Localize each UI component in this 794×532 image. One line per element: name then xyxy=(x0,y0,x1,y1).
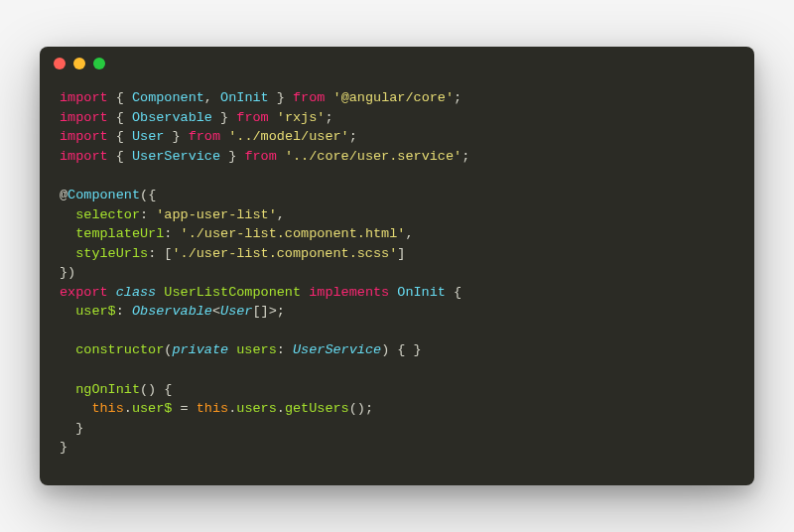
method-name: ngOnInit xyxy=(75,382,140,397)
keyword-from: from xyxy=(236,110,268,125)
param-name: users xyxy=(236,342,277,357)
class-name: UserListComponent xyxy=(164,285,301,300)
keyword-from: from xyxy=(293,90,325,105)
keyword-import: import xyxy=(60,149,108,164)
prop-selector: selector xyxy=(75,207,140,222)
field-ref: user$ xyxy=(132,401,173,416)
keyword-implements: implements xyxy=(309,285,389,300)
method-call: getUsers xyxy=(285,401,349,416)
ident: OnInit xyxy=(220,90,269,105)
keyword-this: this xyxy=(197,401,228,416)
decorator: Component xyxy=(67,188,140,202)
ident: Component xyxy=(132,90,204,105)
ident: UserService xyxy=(132,149,220,164)
ctor: constructor xyxy=(75,342,164,357)
minimize-icon[interactable] xyxy=(73,58,85,69)
prop-templateurl: templateUrl xyxy=(75,226,164,241)
keyword-export: export xyxy=(60,285,108,300)
titlebar xyxy=(40,47,754,80)
keyword-class: class xyxy=(116,285,157,300)
keyword-private: private xyxy=(172,342,228,357)
close-icon[interactable] xyxy=(54,58,66,69)
type-name: UserService xyxy=(293,342,381,357)
keyword-import: import xyxy=(60,110,108,125)
ident: Observable xyxy=(132,110,212,125)
keyword-this: this xyxy=(91,401,123,416)
string: 'rxjs' xyxy=(277,110,326,125)
code-window: import { Component, OnInit } from '@angu… xyxy=(40,47,754,485)
type-name: User xyxy=(220,304,252,319)
keyword-from: from xyxy=(244,149,276,164)
type-name: Observable xyxy=(132,304,212,319)
string: '@angular/core' xyxy=(333,90,455,105)
string: '../core/user.service' xyxy=(285,149,462,164)
keyword-import: import xyxy=(60,129,108,144)
string: 'app-user-list' xyxy=(156,207,277,222)
string: './user-list.component.scss' xyxy=(172,246,397,261)
code-block: import { Component, OnInit } from '@angu… xyxy=(40,80,754,485)
string: '../model/user' xyxy=(228,129,349,144)
prop-styleurls: styleUrls xyxy=(75,246,148,261)
interface-name: OnInit xyxy=(397,285,446,300)
field-name: user$ xyxy=(75,304,116,319)
zoom-icon[interactable] xyxy=(93,58,105,69)
field-ref: users xyxy=(236,401,277,416)
keyword-import: import xyxy=(60,90,108,105)
keyword-from: from xyxy=(189,129,220,144)
ident: User xyxy=(132,129,164,144)
string: './user-list.component.html' xyxy=(181,226,406,241)
